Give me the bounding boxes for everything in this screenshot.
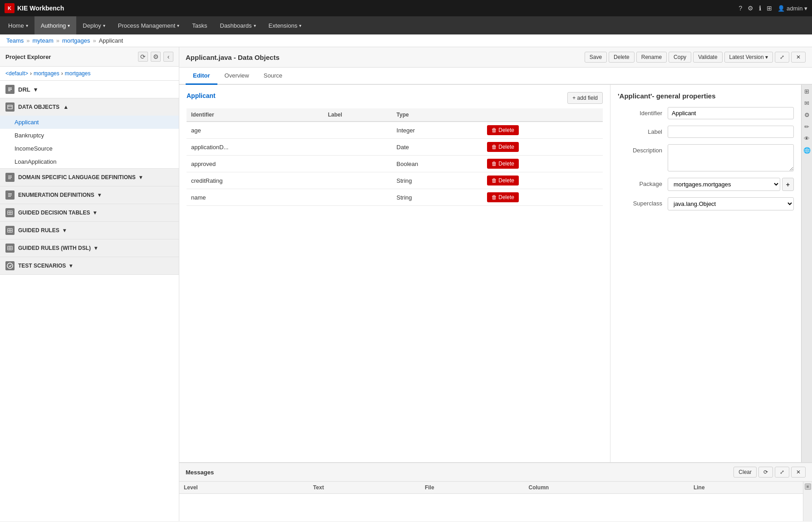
form-row-identifier: Identifier xyxy=(618,107,794,119)
messages-clear-button[interactable]: Clear xyxy=(733,467,757,478)
breadcrumb-sep-2: » xyxy=(56,37,59,44)
path-mortgages2[interactable]: mortgages xyxy=(65,70,91,77)
sidebar-header: Project Explorer ⟳ ⚙ ‹ xyxy=(0,47,179,67)
help-icon[interactable]: ? xyxy=(739,5,743,12)
sidebar-guided-decision-section: GUIDED DECISION TABLES ▾ xyxy=(0,204,179,222)
sidebar-path: <default> › mortgages › mortgages xyxy=(0,67,179,81)
info-icon[interactable]: ℹ xyxy=(759,5,761,12)
sidebar-collapse-icon[interactable]: ‹ xyxy=(163,52,173,62)
delete-appdate-button[interactable]: 🗑 Delete xyxy=(487,142,519,152)
label-input[interactable] xyxy=(668,126,794,138)
menu-item-home[interactable]: Home ▾ xyxy=(2,16,34,34)
svg-point-27 xyxy=(7,263,13,268)
field-identifier-appdate: applicationD... xyxy=(187,139,323,156)
panel-grid-icon[interactable]: ⊞ xyxy=(802,87,812,96)
sidebar-item-incomesource[interactable]: IncomeSource xyxy=(0,142,179,155)
rename-button[interactable]: Rename xyxy=(636,52,667,63)
add-field-button[interactable]: + add field xyxy=(567,92,603,104)
latest-version-caret-icon: ▾ xyxy=(765,54,768,60)
breadcrumb-myteam[interactable]: myteam xyxy=(33,37,54,44)
delete-creditrating-button[interactable]: 🗑 Delete xyxy=(487,176,519,185)
panel-globe-icon[interactable]: 🌐 xyxy=(802,146,812,155)
delete-age-button[interactable]: 🗑 Delete xyxy=(487,125,519,135)
latest-version-button[interactable]: Latest Version ▾ xyxy=(724,52,773,63)
messages-list-icon[interactable]: ≡ xyxy=(805,483,811,490)
col-actions xyxy=(482,108,603,122)
form-row-superclass: Superclass java.lang.Object xyxy=(618,197,794,210)
breadcrumb-mortgages[interactable]: mortgages xyxy=(62,37,90,44)
guided-rules-caret-icon: ▾ xyxy=(63,227,66,234)
test-scenarios-caret-icon: ▾ xyxy=(69,263,72,269)
tab-source[interactable]: Source xyxy=(256,68,290,85)
col-line: Line xyxy=(689,482,803,494)
tab-editor[interactable]: Editor xyxy=(186,68,217,85)
sidebar-item-loanapplication[interactable]: LoanApplication xyxy=(0,155,179,168)
settings-icon[interactable]: ⚙ xyxy=(748,5,753,12)
messages-refresh-button[interactable]: ⟳ xyxy=(758,467,773,478)
data-objects-icon xyxy=(5,102,15,112)
messages-actions: Clear ⟳ ⤢ ✕ xyxy=(733,467,806,478)
delete-approved-button[interactable]: 🗑 Delete xyxy=(487,159,519,169)
description-input[interactable] xyxy=(668,144,794,171)
menu-item-extensions[interactable]: Extensions ▾ xyxy=(262,16,308,34)
test-scenarios-icon xyxy=(5,261,15,270)
editor-left-header: + add field Applicant xyxy=(187,92,603,105)
field-label-name xyxy=(323,189,392,206)
sidebar-item-applicant[interactable]: Applicant xyxy=(0,116,179,129)
path-mortgages1[interactable]: mortgages xyxy=(34,70,59,77)
menu-item-authoring[interactable]: Authoring ▾ xyxy=(34,16,77,34)
superclass-select[interactable]: java.lang.Object xyxy=(668,197,794,210)
package-select[interactable]: mortgages.mortgages xyxy=(668,178,780,191)
sidebar-enumeration-header[interactable]: ENUMERATION DEFINITIONS ▾ xyxy=(0,186,179,204)
sidebar-guided-rules-dsl-header[interactable]: GUIDED RULES (WITH DSL) ▾ xyxy=(0,239,179,257)
delete-button[interactable]: Delete xyxy=(609,52,635,63)
panel-gear-icon[interactable]: ⚙ xyxy=(802,110,812,119)
sidebar-settings-icon[interactable]: ⚙ xyxy=(151,52,161,62)
breadcrumb-sep-3: » xyxy=(93,37,96,44)
menu-item-tasks[interactable]: Tasks xyxy=(186,16,213,34)
sidebar-data-objects-header[interactable]: DATA OBJECTS ▲ xyxy=(0,98,179,116)
breadcrumb: Teams » myteam » mortgages » Applicant xyxy=(0,34,812,47)
form-row-label: Label xyxy=(618,126,794,138)
sidebar-guided-decision-header[interactable]: GUIDED DECISION TABLES ▾ xyxy=(0,204,179,221)
field-type-age: Integer xyxy=(392,122,482,139)
content-area: Applicant.java - Data Objects Save Delet… xyxy=(179,47,812,521)
sidebar-drl-section[interactable]: DRL ▾ xyxy=(0,81,179,98)
identifier-label: Identifier xyxy=(618,107,668,117)
field-type-appdate: Date xyxy=(392,139,482,156)
menu-item-dashboards[interactable]: Dashboards ▾ xyxy=(214,16,262,34)
grid-icon[interactable]: ⊞ xyxy=(767,5,772,12)
sidebar-guided-rules-header[interactable]: GUIDED RULES ▾ xyxy=(0,222,179,239)
messages-expand-button[interactable]: ⤢ xyxy=(775,467,789,478)
panel-mail-icon[interactable]: ✉ xyxy=(802,98,812,107)
close-button[interactable]: ✕ xyxy=(791,52,806,63)
user-menu[interactable]: 👤 admin ▾ xyxy=(778,5,807,12)
sidebar-refresh-icon[interactable]: ⟳ xyxy=(138,52,148,62)
path-default[interactable]: <default> xyxy=(5,70,28,77)
deploy-caret-icon: ▾ xyxy=(103,23,105,28)
breadcrumb-teams[interactable]: Teams xyxy=(6,37,24,44)
sidebar-domain-header[interactable]: DOMAIN SPECIFIC LANGUAGE DEFINITIONS ▾ xyxy=(0,169,179,186)
panel-eye-icon[interactable]: 👁 xyxy=(802,134,812,143)
expand-button[interactable]: ⤢ xyxy=(775,52,789,63)
package-select-wrap: mortgages.mortgages + xyxy=(668,178,794,191)
add-package-button[interactable]: + xyxy=(782,178,794,191)
copy-button[interactable]: Copy xyxy=(669,52,691,63)
table-row: creditRating String 🗑 Delete xyxy=(187,172,603,189)
menu-item-deploy[interactable]: Deploy ▾ xyxy=(76,16,111,34)
menu-item-process-management[interactable]: Process Management ▾ xyxy=(112,16,186,34)
form-row-description: Description xyxy=(618,144,794,171)
enumeration-label: ENUMERATION DEFINITIONS xyxy=(18,192,94,198)
label-label: Label xyxy=(618,126,668,135)
sidebar-item-bankruptcy[interactable]: Bankruptcy xyxy=(0,129,179,142)
messages-close-button[interactable]: ✕ xyxy=(791,467,806,478)
validate-button[interactable]: Validate xyxy=(693,52,722,63)
delete-name-button[interactable]: 🗑 Delete xyxy=(487,192,519,202)
form-row-package: Package mortgages.mortgages + xyxy=(618,178,794,191)
tab-overview[interactable]: Overview xyxy=(217,68,256,85)
save-button[interactable]: Save xyxy=(585,52,607,63)
sidebar-test-scenarios-header[interactable]: TEST SCENARIOS ▾ xyxy=(0,257,179,274)
panel-edit-icon[interactable]: ✏ xyxy=(802,122,812,131)
field-label-age xyxy=(323,122,392,139)
identifier-input[interactable] xyxy=(668,107,794,119)
